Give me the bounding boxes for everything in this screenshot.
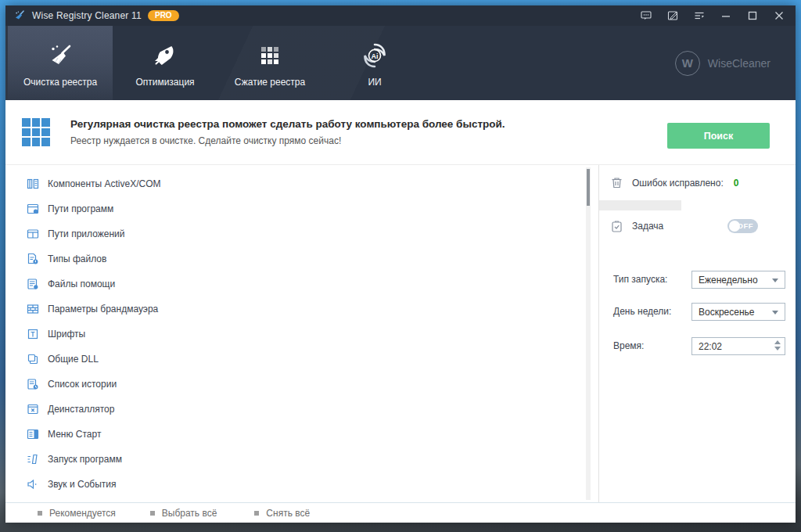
- spin-up-icon: [774, 340, 781, 344]
- list-item-label: Компоненты ActiveX/COM: [48, 178, 160, 189]
- notes-icon[interactable]: [659, 5, 686, 26]
- tab-optimization[interactable]: Оптимизация: [113, 26, 217, 100]
- list-item-help-files[interactable]: Файлы помощи: [5, 271, 598, 297]
- list-item-label: Файлы помощи: [48, 279, 115, 289]
- deselect-all-label: Снять всё: [266, 508, 310, 519]
- ai-swirl-icon: Ai: [361, 41, 389, 70]
- list-scrollbar[interactable]: [586, 167, 591, 500]
- list-item-startup-programs[interactable]: Запуск программ: [5, 447, 598, 472]
- task-toggle[interactable]: OFF: [727, 219, 758, 233]
- broom-icon: [46, 41, 74, 70]
- list-item-label: Шрифты: [48, 329, 85, 340]
- trash-icon: [610, 176, 623, 189]
- rocket-icon: [151, 41, 179, 70]
- list-item-label: Типы файлов: [48, 253, 106, 264]
- chevron-down-icon: [772, 311, 778, 315]
- select-recommended-button[interactable]: Рекомендуется: [38, 508, 116, 519]
- category-list: Компоненты ActiveX/COM Пути программ Пут…: [5, 165, 598, 502]
- errors-fixed-label: Ошибок исправлено:: [632, 178, 724, 189]
- tab-registry-cleanup[interactable]: Очистка реестра: [8, 26, 113, 100]
- errors-fixed-row: Ошибок исправлено: 0: [599, 165, 796, 200]
- list-item-activex-com[interactable]: Компоненты ActiveX/COM: [5, 171, 598, 196]
- list-item-fonts[interactable]: Шрифты: [5, 322, 598, 347]
- field-time: Время: 22:02: [599, 337, 796, 355]
- field-weekday: День недели: Воскресенье: [599, 303, 796, 321]
- firewall-icon: [27, 303, 39, 315]
- bottom-bar: Рекомендуется Выбрать всё Снять всё: [5, 502, 796, 523]
- maximize-button[interactable]: [739, 5, 766, 26]
- list-item-file-types[interactable]: Типы файлов: [5, 246, 598, 271]
- list-item-start-menu[interactable]: Меню Старт: [5, 422, 598, 447]
- shared-dll-icon: [27, 353, 39, 365]
- chevron-down-icon: [772, 279, 778, 282]
- task-row: Задача OFF: [599, 210, 796, 242]
- errors-fixed-value: 0: [734, 178, 739, 189]
- bullet-square-icon: [254, 511, 259, 516]
- brand-name: WiseCleaner: [708, 57, 770, 70]
- file-types-icon: [27, 253, 39, 265]
- run-type-select[interactable]: Еженедельно: [691, 271, 785, 289]
- status-banner: Регулярная очистка реестра поможет сдела…: [5, 100, 796, 165]
- app-window: Wise Registry Cleaner 11 PRO: [5, 5, 796, 523]
- minimize-button[interactable]: [713, 5, 739, 26]
- app-logo-icon: [13, 9, 26, 22]
- menu-icon[interactable]: [686, 5, 713, 26]
- list-item-firewall-settings[interactable]: Параметры брандмауэра: [5, 297, 598, 322]
- fonts-icon: [27, 328, 39, 340]
- task-label: Задача: [632, 221, 663, 232]
- list-item-program-paths[interactable]: Пути программ: [5, 196, 598, 221]
- list-item-history-list[interactable]: Список истории: [5, 372, 598, 397]
- field-label: Тип запуска:: [613, 274, 667, 285]
- tab-label: ИИ: [368, 77, 381, 88]
- tab-registry-compact[interactable]: Сжатие реестра: [217, 26, 322, 100]
- window-title: Wise Registry Cleaner 11: [32, 10, 142, 21]
- scan-button[interactable]: Поиск: [667, 123, 770, 149]
- run-type-value: Еженедельно: [699, 275, 758, 286]
- select-all-button[interactable]: Выбрать всё: [150, 508, 217, 519]
- main-content: Компоненты ActiveX/COM Пути программ Пут…: [5, 165, 796, 502]
- tab-label: Очистка реестра: [23, 77, 97, 88]
- field-label: День недели:: [613, 306, 671, 317]
- time-spinner[interactable]: 22:02: [691, 337, 785, 355]
- main-nav: Очистка реестра Оптимизация Сжатие реест…: [5, 26, 796, 100]
- brand-w-icon: W: [675, 51, 700, 76]
- spin-down-icon: [774, 347, 781, 350]
- components-icon: [27, 178, 39, 190]
- right-panel: Ошибок исправлено: 0 Задача OFF Тип запу…: [598, 165, 796, 502]
- list-item-uninstaller[interactable]: Деинсталлятор: [5, 397, 598, 422]
- close-button[interactable]: [766, 5, 792, 26]
- toggle-state-label: OFF: [738, 221, 754, 230]
- tab-ai[interactable]: Ai ИИ: [322, 26, 427, 100]
- scrollbar-thumb[interactable]: [587, 169, 590, 206]
- list-item-label: Деинсталлятор: [48, 404, 114, 415]
- pro-badge: PRO: [148, 10, 179, 21]
- list-item-label: Запуск программ: [48, 454, 122, 465]
- tab-label: Оптимизация: [135, 77, 194, 88]
- weekday-select[interactable]: Воскресенье: [691, 303, 785, 321]
- uninstaller-icon: [27, 403, 39, 415]
- field-label: Время:: [613, 340, 644, 351]
- time-value: 22:02: [699, 341, 722, 352]
- list-item-app-paths[interactable]: Пути приложений: [5, 221, 598, 246]
- panel-separator: [599, 200, 681, 210]
- list-item-label: Общие DLL: [48, 354, 99, 365]
- sound-icon: [27, 478, 39, 491]
- banner-subtitle: Реестр нуждается в очистке. Сделайте очи…: [70, 135, 505, 146]
- deselect-all-button[interactable]: Снять всё: [254, 508, 310, 519]
- list-item-label: Меню Старт: [48, 429, 101, 440]
- help-files-icon: [27, 278, 39, 290]
- brand-logo: W WiseCleaner: [675, 51, 770, 76]
- banner-title: Регулярная очистка реестра поможет сдела…: [70, 118, 505, 130]
- select-recommended-label: Рекомендуется: [49, 508, 116, 519]
- tab-label: Сжатие реестра: [235, 77, 305, 88]
- list-item-sound-events[interactable]: Звук и События: [5, 472, 598, 497]
- feedback-icon[interactable]: [633, 5, 659, 26]
- list-item-shared-dll[interactable]: Общие DLL: [5, 347, 598, 372]
- svg-text:Ai: Ai: [372, 52, 379, 60]
- select-all-label: Выбрать всё: [162, 508, 217, 519]
- titlebar: Wise Registry Cleaner 11 PRO: [5, 5, 796, 26]
- list-item-label: Список истории: [48, 379, 117, 390]
- app-paths-icon: [27, 228, 39, 240]
- spinner-arrows[interactable]: [774, 340, 781, 350]
- start-menu-icon: [27, 428, 39, 440]
